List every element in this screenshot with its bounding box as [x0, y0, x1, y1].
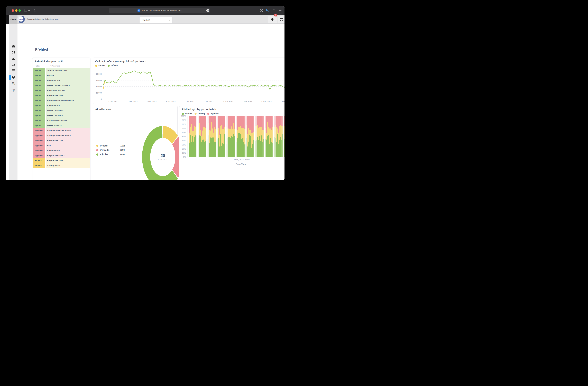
legend-item[interactable]: Vypnuto: [207, 112, 219, 115]
stacked-bar: [221, 116, 222, 157]
minimize-window-button[interactable]: [15, 9, 18, 12]
legend-item[interactable]: Výroba: [182, 112, 192, 115]
workstation-cell: Chiron F216S: [46, 78, 90, 83]
svg-text:1 čvn, 2021: 1 čvn, 2021: [108, 100, 119, 102]
sidebar-item-settings[interactable]: ⚙⚙: [9, 81, 18, 86]
table-row[interactable]: VýrobaMazak Optiplex 3015DDL: [33, 83, 90, 88]
workstation-cell: Engel E-victory 120: [46, 88, 90, 93]
stacked-bar: [269, 116, 270, 157]
chevron-down-icon[interactable]: [28, 10, 30, 12]
table-row[interactable]: VypnutoPila: [33, 143, 90, 148]
address-bar[interactable]: PJ Not Secure — demo.xmost.eu:8900/repor…: [109, 8, 210, 13]
downloads-icon[interactable]: [260, 9, 263, 13]
legend-item[interactable]: Vypnuto30%: [96, 148, 125, 152]
svg-text:60,000: 60,000: [96, 79, 102, 81]
status-cell: Výroba: [33, 68, 45, 73]
legend-item[interactable]: Výroba60%: [96, 152, 125, 157]
sidebar-item-dashboard[interactable]: [9, 50, 18, 55]
stacked-bar: [208, 116, 209, 157]
new-tab-icon[interactable]: [278, 9, 282, 13]
table-row[interactable]: VypnutoEngel E-mac 280: [33, 138, 90, 143]
table-row[interactable]: VýrobaMazak HCR5000: [33, 123, 90, 128]
legend-item[interactable]: Prostoj10%: [96, 143, 125, 148]
stacked-bar: [244, 116, 245, 157]
sort-caret-icon: ^: [50, 65, 51, 67]
table-row[interactable]: VýrobaChiron F216S: [33, 78, 90, 83]
legend-percent: 60%: [120, 153, 125, 156]
sidebar-item-tables[interactable]: [9, 68, 18, 73]
y-axis-tick: 50%: [179, 136, 186, 138]
stacked-bar: [278, 116, 279, 157]
sidebar-item-home[interactable]: [9, 44, 18, 49]
stacked-bar: [242, 116, 243, 157]
table-row[interactable]: VýrobaTrumpf Trulaser 2000: [33, 68, 90, 73]
table-row[interactable]: VýrobaMazak CV5-500-B: [33, 108, 90, 113]
status-cell: Vypnuto: [33, 128, 45, 133]
home-icon: [12, 45, 15, 48]
close-window-button[interactable]: [12, 9, 14, 12]
workstation-cell: Arburg 200-3x: [46, 163, 90, 168]
column-header-stav[interactable]: ^Stav: [35, 65, 40, 67]
legend-item[interactable]: Prostoj: [194, 112, 205, 115]
table-row[interactable]: VýrobaBruska: [33, 73, 90, 78]
stacked-bar: [262, 116, 263, 157]
stacked-bar: [255, 116, 255, 157]
zoom-window-button[interactable]: [19, 9, 21, 12]
donut-title: Aktuální stav: [95, 108, 111, 111]
stacked-bar: [211, 116, 212, 157]
notifications-button[interactable]: [268, 16, 277, 23]
daily-chart-title: Celkový počet vyrobených kusů po dnech: [95, 60, 146, 63]
svg-text:i: i: [13, 89, 14, 91]
table-row[interactable]: VypnutoChiron 28-S-2: [33, 148, 90, 153]
pie-chart-icon: [12, 76, 15, 79]
stacked-bar: [197, 116, 197, 157]
back-button[interactable]: [33, 9, 36, 13]
stacked-bar: [226, 116, 227, 157]
legend-item[interactable]: součet: [95, 64, 105, 67]
workstation-cell: Mazak HCR5000: [46, 123, 90, 128]
header-gutter: [6, 15, 9, 23]
legend-item[interactable]: průměr: [108, 64, 118, 67]
view-selector-value: Přehled: [142, 19, 150, 21]
stacked-bar: [232, 116, 233, 157]
table-row[interactable]: VýrobaChiron 28-S-1: [33, 103, 90, 108]
status-cell: Prostoj: [33, 163, 45, 168]
stacked-bar: [203, 116, 204, 157]
table-row[interactable]: VypnutoArburg Allrounder 920S-2: [33, 128, 90, 133]
table-row[interactable]: VýrobaEngel E-mac 50-01: [33, 93, 90, 98]
view-selector[interactable]: Přehled ⌄: [140, 17, 172, 23]
column-header-pracoviste[interactable]: ^Pracoviště: [50, 65, 60, 67]
privacy-shield-icon[interactable]: [266, 9, 270, 13]
y-axis-tick: 70%: [179, 127, 186, 129]
stacked-bar: [227, 116, 228, 157]
stacked-bar: [280, 116, 281, 157]
stacked-bar: [240, 116, 241, 157]
sidebar-item-line-charts[interactable]: [9, 56, 18, 61]
status-cell: Výroba: [33, 73, 45, 78]
status-cell: Výroba: [33, 83, 45, 88]
workstations-panel: Aktuální stav pracovišť ^Stav ^Pracovišt…: [32, 58, 90, 180]
stacked-bar: [188, 116, 189, 157]
table-row[interactable]: ProstojEngel E-mac 50-02: [33, 158, 90, 163]
logout-button[interactable]: [277, 16, 285, 23]
table-row[interactable]: VýrobaLASERTEC 50 PrecisionTool: [33, 98, 90, 103]
sidebar-toggle-icon[interactable]: [24, 9, 27, 13]
current-status-panel: Aktuální stav Prostoj10%Vypnuto30%Výroba…: [93, 106, 178, 180]
table-row[interactable]: VýrobaMazak CV5-500-A: [33, 113, 90, 118]
workstation-cell: Mazak CV5-500-B: [46, 108, 90, 113]
table-row[interactable]: VýrobaEngel E-victory 120: [33, 88, 90, 93]
share-icon[interactable]: [272, 8, 276, 13]
table-row[interactable]: ProstojArburg 200-3x: [33, 163, 90, 168]
table-row[interactable]: VypnutoEngel E-mac 50-03: [33, 153, 90, 158]
stacked-bar: [213, 116, 214, 157]
sidebar-item-bar-charts[interactable]: [9, 62, 18, 67]
page-options-button[interactable]: •••: [206, 9, 209, 12]
hourly-stacked-bars: [188, 116, 285, 157]
daily-production-panel: Celkový počet vyrobených kusů po dnech s…: [93, 58, 285, 104]
sidebar-item-pie-reports[interactable]: [9, 75, 18, 80]
legend-dot-icon: [96, 149, 98, 151]
table-row[interactable]: VýrobaKrauss Maffei MX-500: [33, 118, 90, 123]
workstation-cell: Arburg Allrounder 920S-2: [46, 128, 90, 133]
table-row[interactable]: VypnutoArburg Allrounder 920S-1: [33, 133, 90, 138]
sidebar-item-info[interactable]: i: [9, 87, 18, 92]
